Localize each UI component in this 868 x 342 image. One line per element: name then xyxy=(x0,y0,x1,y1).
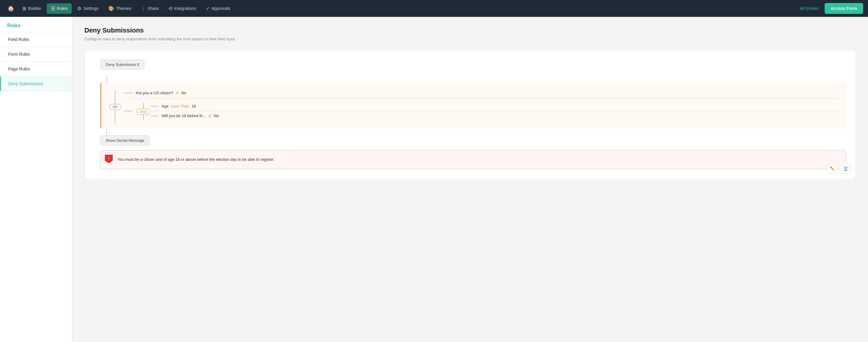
delete-icon: 🗑️ xyxy=(843,166,848,171)
access-form-button[interactable]: Access Form xyxy=(825,3,863,14)
sidebar-title: Rules xyxy=(0,17,72,32)
denial-flag-icon: ! xyxy=(105,155,113,165)
show-denial-section: Show Denial Message ! You must be a citi… xyxy=(100,135,846,169)
edit-icon: ✏️ xyxy=(830,166,835,171)
nav-item-integrations-label: Integrations xyxy=(174,6,196,11)
top-navigation: 🏠 ⊞ Builder ☰ Rules ⚙ Settings 🎨 Themes … xyxy=(0,0,868,17)
denial-message-box: ! You must be a citizen and of age 18 or… xyxy=(100,150,846,169)
rule-op-1: Is xyxy=(176,91,179,95)
denial-message-text: You must be a citizen and of age 18 or a… xyxy=(118,157,275,162)
delete-button[interactable]: 🗑️ xyxy=(840,163,851,174)
rules-icon: ☰ xyxy=(51,6,55,11)
all-entries-link[interactable]: All Entries xyxy=(800,6,818,11)
rule-op-3: Is xyxy=(208,113,211,118)
nav-item-approvals[interactable]: ✓ Approvals xyxy=(202,3,235,14)
badge-or: OR xyxy=(110,104,121,110)
rule-field-3: Will you be 18 before th... xyxy=(161,113,206,118)
sidebar: Rules Field Rules Form Rules Page Rules … xyxy=(0,17,72,342)
share-icon: ⋮ xyxy=(141,6,146,11)
rule-op-2: Less Than xyxy=(171,104,189,108)
nav-item-integrations[interactable]: ⟲ Integrations xyxy=(164,3,200,14)
nav-item-rules-label: Rules xyxy=(57,6,68,11)
deny-if-label: Deny Submission If xyxy=(100,60,144,70)
nav-item-share[interactable]: ⋮ Share xyxy=(137,3,163,14)
rule-value-2: 18 xyxy=(192,104,196,108)
home-icon: 🏠 xyxy=(7,5,14,12)
main-content: Deny Submissions Configure rules to deny… xyxy=(72,17,868,342)
show-denial-label: Show Denial Message xyxy=(100,135,150,145)
card-actions: ✏️ 🗑️ xyxy=(827,163,851,174)
themes-icon: 🎨 xyxy=(108,6,114,11)
settings-icon: ⚙ xyxy=(77,6,82,11)
integrations-icon: ⟲ xyxy=(168,6,173,11)
builder-icon: ⊞ xyxy=(22,6,26,11)
rule-field-1: Are you a US citizen? xyxy=(135,91,173,95)
rule-value-3: No xyxy=(214,113,219,118)
page-title: Deny Submissions xyxy=(84,27,856,34)
approvals-icon: ✓ xyxy=(206,6,210,11)
sidebar-item-form-rules[interactable]: Form Rules xyxy=(0,47,72,61)
rule-value-1: No xyxy=(181,91,186,95)
nav-item-themes-label: Themes xyxy=(116,6,131,11)
rule-field-2: Age xyxy=(161,104,168,108)
svg-text:!: ! xyxy=(108,157,109,160)
nav-item-share-label: Share xyxy=(148,6,159,11)
edit-button[interactable]: ✏️ xyxy=(827,163,838,174)
sidebar-item-page-rules[interactable]: Page Rules xyxy=(0,62,72,76)
badge-and: AND xyxy=(136,109,150,115)
home-button[interactable]: 🏠 xyxy=(5,2,17,14)
nav-item-builder-label: Builder xyxy=(28,6,41,11)
nav-item-builder[interactable]: ⊞ Builder xyxy=(18,3,45,14)
sidebar-item-field-rules[interactable]: Field Rules xyxy=(0,32,72,47)
sidebar-item-deny-submissions[interactable]: Deny Submissions xyxy=(0,76,72,91)
nav-item-settings[interactable]: ⚙ Settings xyxy=(73,3,103,14)
nav-item-rules[interactable]: ☰ Rules xyxy=(47,3,72,14)
page-subtitle: Configure rules to deny respondents from… xyxy=(84,37,856,41)
nav-item-themes[interactable]: 🎨 Themes xyxy=(104,3,135,14)
rule-card: Deny Submission If OR xyxy=(84,50,856,179)
nav-item-approvals-label: Approvals xyxy=(212,6,230,11)
main-layout: Rules Field Rules Form Rules Page Rules … xyxy=(0,17,868,342)
nav-item-settings-label: Settings xyxy=(83,6,98,11)
